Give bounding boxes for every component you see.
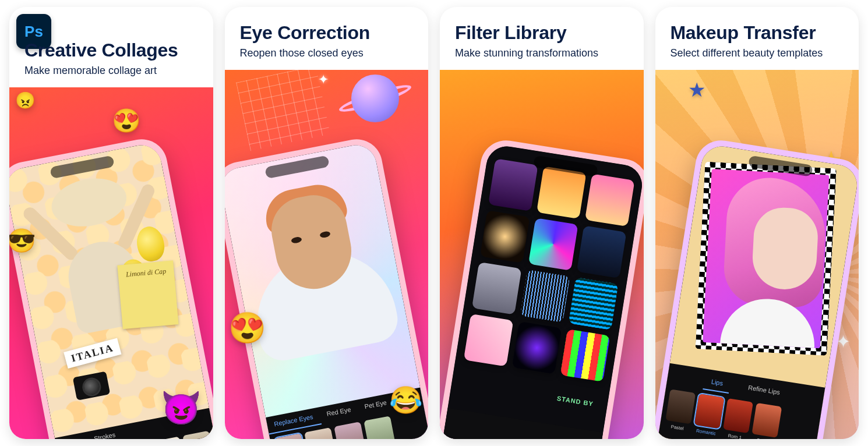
filter-thumb[interactable] [520, 270, 570, 323]
card-title: Makeup Transfer [671, 22, 844, 44]
card-hero: ✦ 😍 😂 Replac [225, 70, 429, 439]
filter-thumb[interactable] [560, 329, 610, 382]
filter-thumb[interactable] [472, 262, 522, 315]
style-thumb[interactable] [153, 437, 184, 439]
filter-thumb[interactable] [488, 158, 538, 211]
planet-sticker-icon [343, 70, 407, 130]
smooth-skin-icon: ◐ [666, 437, 679, 439]
italia-label-sticker: ITALIA [63, 338, 121, 369]
portrait-subject [703, 169, 829, 348]
promo-card-creative-collages: Ps Creative Collages Make memorable coll… [9, 7, 213, 439]
filter-thumb[interactable] [512, 321, 562, 374]
swatch-label: Rom 2 [750, 437, 777, 439]
card-title: Filter Library [455, 22, 629, 44]
bottom-tools: ≡ Adjustments ✦ Magic ◫ Crop [440, 438, 598, 439]
card-subtitle: Select different beauty templates [671, 47, 844, 59]
card-header: Eye Correction Reopen those closed eyes [225, 7, 429, 70]
eye-thumb[interactable] [334, 422, 366, 439]
sparkle-icon: ✦ [318, 72, 329, 87]
phone-mock: STAND BY ≡ Adjustments ✦ Magic [440, 137, 644, 439]
style-thumb[interactable] [182, 431, 213, 439]
eye-thumb[interactable] [364, 416, 396, 439]
makeup-swatch[interactable]: Pastel [666, 389, 696, 424]
grid-sticker-icon [236, 70, 330, 151]
limoni-label-sticker: Limoni di Cap [117, 260, 178, 329]
card-hero: ★ ★ ✦ [655, 70, 859, 439]
makeup-swatch[interactable]: Romantic [694, 394, 725, 429]
heart-eyes-emoji-icon: 😍 [228, 310, 266, 346]
promo-card-eye-correction: Eye Correction Reopen those closed eyes … [225, 7, 429, 439]
screenshot-gallery: Ps Creative Collages Make memorable coll… [0, 0, 868, 446]
filter-thumb[interactable] [528, 218, 578, 271]
promo-card-filter-library: Filter Library Make stunning transformat… [440, 7, 644, 439]
filter-thumb[interactable] [464, 314, 514, 367]
joy-emoji-icon: 😂 [389, 384, 422, 416]
filter-thumb[interactable] [569, 277, 619, 330]
makeup-swatch[interactable]: Rom 1 [723, 398, 753, 433]
swatch-label: Rom 1 [722, 432, 748, 439]
eye-thumb[interactable] [305, 427, 336, 439]
sunglasses-emoji-icon: 😎 [9, 227, 36, 254]
kiss-devil-emoji-icon: 😈 [161, 389, 202, 427]
card-subtitle: Reopen those closed eyes [240, 47, 414, 59]
filter-grid [458, 158, 635, 414]
filter-gallery: STAND BY [440, 143, 644, 439]
eye-thumb[interactable] [274, 433, 306, 439]
card-hero: STAND BY ≡ Adjustments ✦ Magic [440, 70, 644, 439]
heart-eyes-emoji-icon: 😍 [112, 107, 141, 134]
card-subtitle: Make stunning transformations [455, 47, 629, 59]
card-header: Makeup Transfer Select different beauty … [655, 7, 859, 70]
checker-frame [696, 162, 837, 356]
swatch-label: Romantic [693, 427, 719, 437]
card-title: Eye Correction [240, 22, 414, 44]
filter-thumb[interactable] [577, 225, 627, 278]
card-hero: 😠 😍 😎 😈 Limoni di Cap ITALIA [9, 87, 213, 439]
card-subtitle: Make memorable collage art [24, 65, 198, 77]
makeup-swatch[interactable]: Rom 2 [752, 403, 782, 438]
phone-screen: STAND BY ≡ Adjustments ✦ Magic [440, 143, 644, 439]
filter-thumb[interactable] [480, 210, 530, 263]
card-title: Creative Collages [24, 40, 198, 61]
angry-emoji-icon: 😠 [15, 91, 36, 110]
filter-thumb[interactable] [585, 174, 635, 227]
smooth-skin-tool[interactable]: ◐ Smooth Skin [657, 436, 686, 439]
swatch-label: Pastel [664, 423, 690, 433]
star-sticker-icon: ★ [688, 78, 705, 101]
promo-card-makeup-transfer: Makeup Transfer Select different beauty … [655, 7, 859, 439]
card-header: Filter Library Make stunning transformat… [440, 7, 644, 70]
card-header: Creative Collages Make memorable collage… [9, 7, 213, 87]
camera-sticker-icon [72, 371, 110, 400]
